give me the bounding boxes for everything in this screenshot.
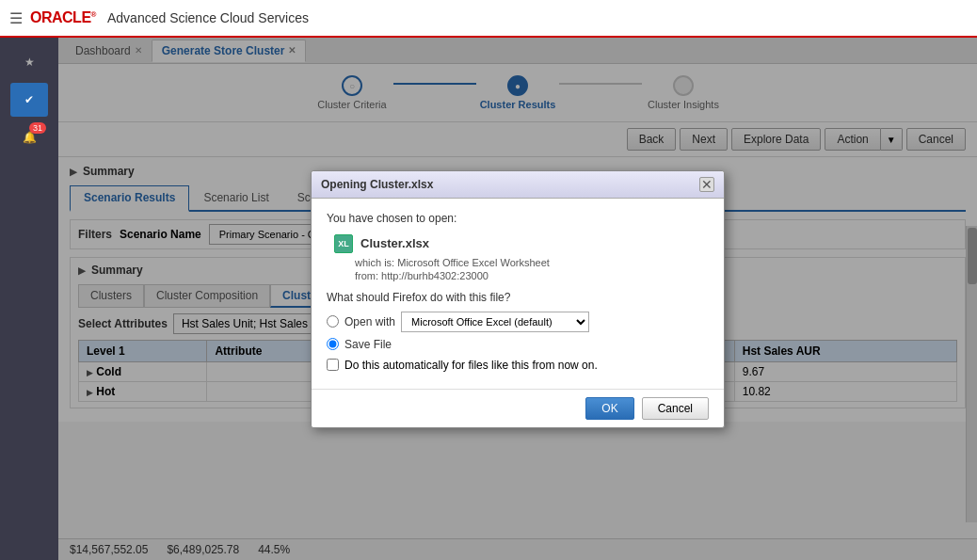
modal-ok-button[interactable]: OK bbox=[585, 397, 633, 420]
modal-prompt: You have chosen to open: bbox=[327, 212, 709, 225]
sidebar-star-btn[interactable]: ★ bbox=[10, 45, 48, 79]
file-icon: XL bbox=[334, 234, 353, 253]
modal-title: Opening Cluster.xlsx bbox=[321, 178, 433, 191]
file-from: from: http://burhb4302:23000 bbox=[355, 270, 709, 281]
sidebar-task-btn[interactable]: ✔ bbox=[10, 83, 48, 117]
modal-cancel-button[interactable]: Cancel bbox=[642, 397, 709, 420]
app-select[interactable]: Microsoft Office Excel (default) Other..… bbox=[401, 312, 589, 332]
modal-question: What should Firefox do with this file? bbox=[327, 291, 709, 304]
open-with-label: Open with bbox=[344, 315, 395, 328]
star-icon: ★ bbox=[24, 56, 35, 69]
auto-checkbox[interactable] bbox=[327, 359, 339, 371]
modal-close-button[interactable]: ✕ bbox=[699, 177, 714, 192]
file-name: Cluster.xlsx bbox=[360, 236, 429, 250]
oracle-logo: ORACLE® bbox=[30, 9, 96, 26]
auto-label: Do this automatically for files like thi… bbox=[344, 359, 598, 372]
hamburger-icon[interactable]: ☰ bbox=[9, 9, 23, 27]
file-open-dialog: Opening Cluster.xlsx ✕ You have chosen t… bbox=[311, 170, 725, 428]
save-file-label: Save File bbox=[344, 338, 392, 351]
task-icon: ✔ bbox=[24, 93, 34, 106]
file-which-is: which is: Microsoft Office Excel Workshe… bbox=[355, 257, 709, 268]
open-with-radio[interactable] bbox=[327, 315, 339, 328]
sidebar-notify-btn[interactable]: 🔔 31 bbox=[10, 120, 48, 154]
notification-badge: 31 bbox=[29, 122, 46, 134]
app-title: Advanced Science Cloud Services bbox=[107, 10, 309, 25]
modal-overlay: Opening Cluster.xlsx ✕ You have chosen t… bbox=[58, 38, 977, 560]
save-file-radio[interactable] bbox=[327, 338, 339, 350]
